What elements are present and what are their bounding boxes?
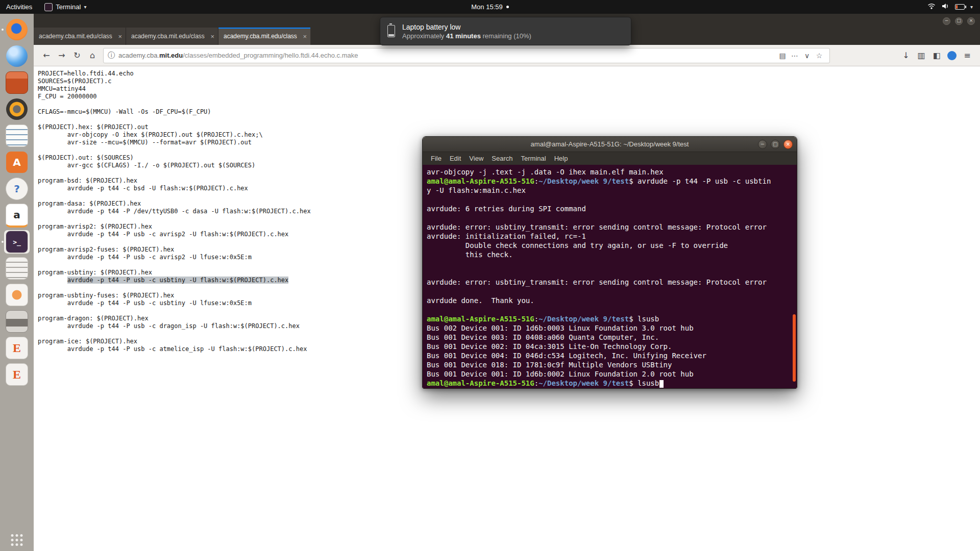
shotwell-icon bbox=[6, 98, 28, 120]
show-applications-button[interactable] bbox=[11, 534, 23, 546]
terminal-line: Bus 002 Device 001: ID 1d6b:0003 Linux F… bbox=[427, 323, 796, 333]
dock-item-amazon[interactable]: a bbox=[0, 202, 34, 229]
dock-item-printer[interactable] bbox=[0, 308, 34, 335]
eagle-icon: E bbox=[6, 337, 28, 359]
bookmark-star-icon[interactable]: ☆ bbox=[813, 52, 825, 60]
terminal-menu-help[interactable]: Help bbox=[550, 154, 572, 163]
terminal-line bbox=[427, 259, 796, 268]
terminal-line bbox=[427, 268, 796, 278]
running-indicator bbox=[2, 29, 4, 31]
terminal-menu-terminal[interactable]: Terminal bbox=[517, 154, 550, 163]
terminal-menu-view[interactable]: View bbox=[465, 154, 487, 163]
dock-item-shotwell[interactable] bbox=[0, 96, 34, 122]
clock-button[interactable]: Mon 15:59 bbox=[471, 0, 508, 14]
terminal-line: amal@amal-Aspire-A515-51G:~/Desktop/week… bbox=[427, 314, 796, 323]
minimize-button[interactable]: − bbox=[758, 140, 767, 149]
minimize-button[interactable]: − bbox=[943, 17, 950, 25]
dock-item-writer[interactable] bbox=[0, 122, 34, 149]
dock-item-gedit[interactable] bbox=[0, 255, 34, 282]
dock-item-cheese[interactable] bbox=[0, 43, 34, 69]
firefox-icon bbox=[6, 19, 28, 40]
dock-item-firefox[interactable] bbox=[0, 16, 34, 43]
terminal-line: Bus 001 Device 003: ID 0408:a060 Quanta … bbox=[427, 333, 796, 342]
terminal-window: amal@amal-Aspire-A515-51G: ~/Desktop/wee… bbox=[422, 136, 797, 389]
tab-close-icon[interactable]: × bbox=[118, 33, 122, 40]
terminal-menu-edit[interactable]: Edit bbox=[446, 154, 465, 163]
close-button[interactable]: × bbox=[783, 140, 793, 149]
tab-close-icon[interactable]: × bbox=[210, 33, 214, 40]
dock-item-terminal[interactable]: >_ bbox=[0, 229, 34, 255]
gedit-icon bbox=[6, 257, 28, 280]
battery-icon bbox=[955, 4, 965, 10]
battery-icon bbox=[387, 25, 395, 37]
photos-icon bbox=[6, 284, 28, 306]
library-icon[interactable]: ▥ bbox=[914, 48, 929, 63]
top-bar-left: Activities Terminal ▾ bbox=[0, 0, 92, 14]
url-text: academy.cba.mit.edu/classes/embedded_pro… bbox=[118, 52, 776, 59]
dock-item-files[interactable] bbox=[0, 69, 34, 96]
volume-icon bbox=[941, 2, 949, 12]
browser-tab[interactable]: academy.cba.mit.edu/class× bbox=[126, 28, 218, 45]
dock-item-eagle[interactable]: E bbox=[0, 335, 34, 361]
url-bar[interactable]: ⓘ academy.cba.mit.edu/classes/embedded_p… bbox=[103, 48, 830, 63]
terminal-screen[interactable]: avr-objcopy -j .text -j .data -O ihex ma… bbox=[423, 165, 797, 388]
makefile-line bbox=[38, 101, 980, 108]
terminal-line: avrdude: initialization failed, rc=-1 bbox=[427, 232, 796, 241]
terminal-menu-search[interactable]: Search bbox=[487, 154, 517, 163]
dock-item-photos[interactable] bbox=[0, 282, 34, 308]
close-button[interactable]: × bbox=[967, 17, 975, 25]
terminal-scrollbar[interactable] bbox=[793, 314, 796, 381]
back-button[interactable]: ← bbox=[39, 48, 54, 63]
terminal-line: avrdude: error: usbtiny_transmit: error … bbox=[427, 222, 796, 232]
dock-item-eagle2[interactable]: E bbox=[0, 361, 34, 388]
notification-title: Laptop battery low bbox=[402, 23, 531, 31]
maximize-button[interactable]: □ bbox=[955, 17, 963, 25]
site-info-icon[interactable]: ⓘ bbox=[108, 51, 115, 60]
tab-close-icon[interactable]: × bbox=[303, 33, 307, 40]
terminal-titlebar[interactable]: amal@amal-Aspire-A515-51G: ~/Desktop/wee… bbox=[423, 137, 797, 152]
help-icon: ? bbox=[6, 178, 28, 200]
makefile-line bbox=[38, 116, 980, 123]
notification-popup[interactable]: Laptop battery low Approximately 41 minu… bbox=[380, 17, 631, 45]
terminal-mini-icon bbox=[44, 3, 53, 11]
page-actions-icon[interactable]: ⋯ bbox=[789, 52, 801, 60]
download-icon[interactable]: ↓ bbox=[898, 48, 914, 63]
terminal-line: avrdude: 6 retries during SPI command bbox=[427, 204, 796, 213]
chevron-down-icon: ▾ bbox=[84, 4, 86, 10]
app-menu[interactable]: Terminal ▾ bbox=[38, 0, 92, 14]
terminal-line: Bus 001 Device 001: ID 1d6b:0002 Linux F… bbox=[427, 369, 796, 379]
makefile-line: CFLAGS=-mmcu=$(MMCU) -Wall -Os -DF_CPU=$… bbox=[38, 108, 980, 116]
hamburger-menu-icon[interactable]: ≡ bbox=[960, 48, 975, 63]
makefile-line: PROJECT=hello.ftdi.44.echo bbox=[38, 70, 980, 78]
home-button[interactable]: ⌂ bbox=[85, 48, 100, 63]
dock-item-software[interactable]: A bbox=[0, 149, 34, 176]
terminal-menu-file[interactable]: File bbox=[427, 154, 446, 163]
browser-tab[interactable]: academy.cba.mit.edu/class× bbox=[218, 28, 311, 45]
dock-item-help[interactable]: ? bbox=[0, 176, 34, 202]
reload-button[interactable]: ↻ bbox=[69, 48, 85, 63]
browser-tab[interactable]: academy.cba.mit.edu/class× bbox=[34, 28, 126, 45]
terminal-line bbox=[427, 213, 796, 222]
system-tray[interactable]: ▾ bbox=[927, 0, 980, 14]
url-subdomain: academy.cba. bbox=[118, 52, 159, 59]
files-icon bbox=[6, 71, 28, 94]
maximize-button[interactable]: □ bbox=[771, 140, 780, 149]
terminal-line: Bus 001 Device 018: ID 1781:0c9f Multipl… bbox=[427, 360, 796, 369]
reader-view-icon[interactable]: ▤ bbox=[776, 52, 789, 60]
terminal-line: Double check connections and try again, … bbox=[427, 241, 796, 250]
activities-button[interactable]: Activities bbox=[0, 0, 38, 14]
selected-text: avrdude -p t44 -P usb -c usbtiny -U flas… bbox=[67, 277, 288, 284]
pocket-icon[interactable]: ∨ bbox=[801, 52, 813, 60]
makefile-line: $(PROJECT).hex: $(PROJECT).out bbox=[38, 123, 980, 131]
app-menu-label: Terminal bbox=[56, 3, 81, 11]
clock-label: Mon 15:59 bbox=[471, 3, 502, 11]
terminal-line: this check. bbox=[427, 250, 796, 259]
notification-body: Approximately 41 minutes remaining (10%) bbox=[402, 32, 531, 40]
url-path: /classes/embedded_programming/hello.ftdi… bbox=[183, 52, 358, 59]
terminal-icon: >_ bbox=[6, 231, 28, 253]
sidebar-icon[interactable]: ◧ bbox=[929, 48, 944, 63]
terminal-line: amal@amal-Aspire-A515-51G:~/Desktop/week… bbox=[427, 177, 796, 186]
running-indicator bbox=[2, 241, 4, 243]
forward-button[interactable]: → bbox=[54, 48, 69, 63]
account-icon[interactable] bbox=[947, 51, 957, 60]
